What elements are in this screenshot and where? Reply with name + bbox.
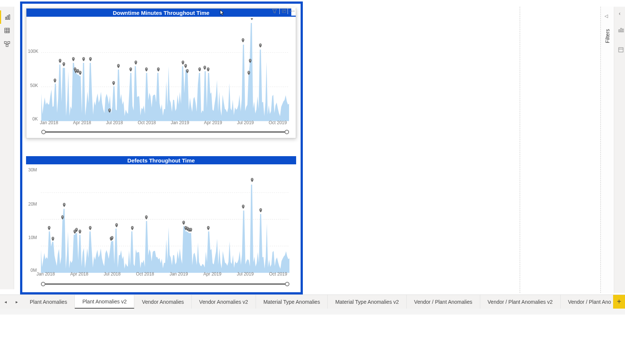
range-handle-start[interactable] bbox=[41, 282, 45, 286]
page-tab[interactable]: Vendor Anomalies bbox=[134, 295, 192, 309]
svg-point-31 bbox=[109, 109, 110, 110]
x-tick: Jul 2018 bbox=[104, 271, 121, 277]
range-handle-end[interactable] bbox=[285, 282, 289, 286]
y-tick: 30M bbox=[28, 167, 37, 173]
svg-point-36 bbox=[145, 68, 147, 70]
svg-rect-8 bbox=[4, 42, 6, 44]
svg-point-55 bbox=[64, 203, 65, 205]
range-handle-start[interactable] bbox=[41, 130, 46, 134]
more-options-icon[interactable]: ··· bbox=[288, 8, 294, 14]
svg-point-65 bbox=[183, 221, 185, 223]
model-view-button[interactable] bbox=[0, 37, 14, 51]
page-tabs-bar: ◂ ▸ Plant AnomaliesPlant Anomalies v2Ven… bbox=[0, 294, 625, 309]
svg-point-59 bbox=[89, 226, 91, 228]
y-tick: 20M bbox=[28, 202, 37, 207]
svg-point-63 bbox=[132, 226, 133, 228]
svg-point-32 bbox=[113, 82, 114, 83]
page-tab[interactable]: Vendor / Plant Ano bbox=[561, 295, 613, 309]
focus-mode-icon[interactable] bbox=[279, 8, 286, 14]
y-tick: 50K bbox=[30, 83, 38, 88]
new-page-button[interactable]: + bbox=[613, 295, 625, 309]
filter-icon[interactable] bbox=[271, 8, 278, 14]
page-tab[interactable]: Plant Anomalies v2 bbox=[75, 295, 134, 309]
y-tick: 0K bbox=[32, 116, 38, 122]
tabs-scroll-right-button[interactable]: ▸ bbox=[11, 295, 22, 309]
filters-pane-label: Filters bbox=[605, 29, 610, 43]
x-tick: Jul 2018 bbox=[106, 120, 123, 125]
svg-rect-10 bbox=[6, 45, 8, 46]
report-canvas[interactable]: Downtime Minutes Throughout Time ··· 100… bbox=[14, 0, 520, 294]
svg-point-23 bbox=[63, 63, 64, 64]
svg-point-53 bbox=[52, 237, 54, 239]
x-tick: Jul 2019 bbox=[237, 120, 254, 125]
svg-rect-0 bbox=[5, 17, 6, 19]
x-axis-labels: Jan 2018Apr 2018Jul 2018Oct 2018Jan 2019… bbox=[34, 271, 289, 277]
page-tab[interactable]: Vendor Anomalies v2 bbox=[192, 295, 256, 309]
svg-point-29 bbox=[83, 58, 84, 59]
y-tick: 100K bbox=[28, 49, 38, 54]
svg-rect-15 bbox=[622, 29, 624, 32]
svg-rect-9 bbox=[8, 42, 10, 44]
fields-pane-stub[interactable] bbox=[614, 43, 625, 57]
svg-point-22 bbox=[59, 59, 61, 61]
svg-point-35 bbox=[135, 61, 137, 62]
y-tick: 10M bbox=[28, 235, 37, 240]
svg-rect-3 bbox=[5, 28, 10, 33]
page-tab[interactable]: Vendor / Plant Anomalies v2 bbox=[480, 295, 561, 309]
svg-point-69 bbox=[190, 228, 192, 230]
svg-point-73 bbox=[260, 209, 262, 210]
x-tick: Apr 2019 bbox=[204, 120, 222, 125]
x-tick: Jan 2018 bbox=[36, 271, 55, 277]
page-tab[interactable]: Vendor / Plant Anomalies bbox=[407, 295, 480, 309]
chart-plot-area bbox=[41, 166, 289, 273]
x-tick: Apr 2018 bbox=[73, 120, 91, 125]
chart-defects[interactable]: Defects Throughout Time 30M 20M 10M 0M J… bbox=[26, 156, 296, 290]
date-range-slider[interactable] bbox=[41, 130, 289, 134]
right-collapsed-panes: ‹ bbox=[614, 7, 625, 293]
svg-rect-13 bbox=[619, 30, 620, 32]
x-tick: Apr 2019 bbox=[203, 271, 221, 277]
chart-title: Downtime Minutes Throughout Time bbox=[113, 10, 209, 16]
collapse-chevron-icon[interactable]: ‹ bbox=[614, 10, 625, 16]
svg-point-48 bbox=[260, 44, 261, 45]
x-tick: Oct 2019 bbox=[269, 120, 287, 125]
svg-point-24 bbox=[73, 58, 74, 59]
expand-filters-chevron-icon[interactable]: ◁ bbox=[605, 13, 608, 19]
svg-point-43 bbox=[208, 68, 209, 70]
svg-point-28 bbox=[80, 71, 81, 73]
visual-selection-frame: Downtime Minutes Throughout Time ··· 100… bbox=[20, 1, 303, 294]
page-tab[interactable]: Plant Anomalies bbox=[22, 295, 75, 309]
svg-point-44 bbox=[242, 39, 244, 40]
svg-rect-2 bbox=[9, 15, 10, 20]
filters-pane-collapsed[interactable]: ◁ Filters bbox=[600, 7, 614, 293]
data-view-button[interactable] bbox=[0, 24, 14, 37]
range-handle-end[interactable] bbox=[285, 130, 289, 134]
chart-title: Defects Throughout Time bbox=[127, 157, 195, 164]
status-bar bbox=[0, 309, 625, 315]
chart-downtime-minutes[interactable]: Downtime Minutes Throughout Time ··· 100… bbox=[26, 8, 296, 138]
svg-point-57 bbox=[76, 228, 77, 230]
report-view-button[interactable] bbox=[0, 10, 14, 24]
x-tick: Jan 2019 bbox=[171, 120, 189, 125]
svg-point-30 bbox=[90, 58, 91, 59]
svg-point-41 bbox=[199, 68, 201, 70]
svg-point-52 bbox=[48, 226, 50, 228]
visualizations-pane-stub[interactable] bbox=[614, 23, 625, 36]
svg-point-61 bbox=[111, 236, 113, 238]
page-tab[interactable]: Material Type Anomalies v2 bbox=[328, 295, 407, 309]
x-tick: Jan 2019 bbox=[170, 271, 188, 277]
svg-point-34 bbox=[130, 68, 131, 70]
x-tick: Jul 2019 bbox=[237, 271, 254, 277]
svg-point-39 bbox=[185, 64, 186, 66]
svg-point-45 bbox=[248, 71, 250, 73]
svg-point-58 bbox=[79, 230, 81, 232]
date-range-slider[interactable] bbox=[41, 282, 289, 286]
svg-point-38 bbox=[182, 61, 184, 62]
page-tab[interactable]: Material Type Anomalies bbox=[256, 295, 328, 309]
tabs-scroll-left-button[interactable]: ◂ bbox=[0, 295, 11, 309]
x-axis-labels: Jan 2018Apr 2018Jul 2018Oct 2018Jan 2019… bbox=[38, 120, 289, 125]
x-tick: Oct 2019 bbox=[269, 271, 287, 277]
svg-point-37 bbox=[158, 68, 159, 70]
svg-point-64 bbox=[145, 216, 147, 218]
x-tick: Jan 2018 bbox=[40, 120, 58, 125]
